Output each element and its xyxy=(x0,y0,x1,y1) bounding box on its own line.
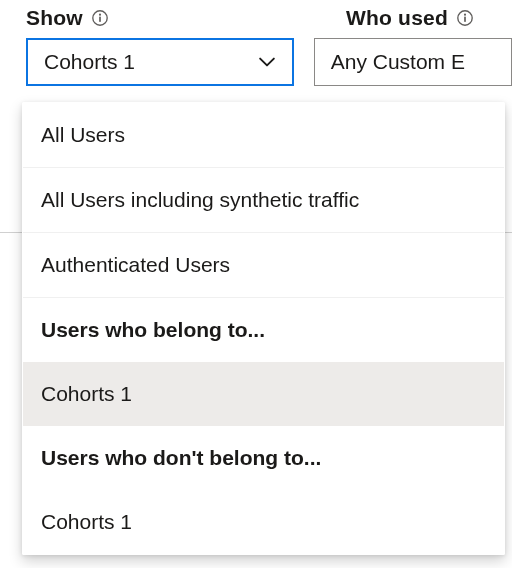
show-label-wrap: Show xyxy=(26,6,346,30)
dropdown-option-all-users[interactable]: All Users xyxy=(23,103,504,168)
svg-rect-5 xyxy=(464,17,466,22)
dropdown-header-dont-belong-to: Users who don't belong to... xyxy=(23,426,504,490)
svg-rect-2 xyxy=(99,17,101,22)
info-icon[interactable] xyxy=(91,9,109,27)
show-dropdown[interactable]: Cohorts 1 xyxy=(26,38,294,86)
dropdown-option-cohorts-1-belong[interactable]: Cohorts 1 xyxy=(23,362,504,426)
dropdown-option-all-users-synthetic[interactable]: All Users including synthetic traffic xyxy=(23,168,504,233)
show-dropdown-panel: All Users All Users including synthetic … xyxy=(22,102,505,555)
who-used-label: Who used xyxy=(346,6,448,30)
info-icon[interactable] xyxy=(456,9,474,27)
show-label: Show xyxy=(26,6,83,30)
chevron-down-icon xyxy=(256,51,278,73)
dropdown-option-cohorts-1-dont-belong[interactable]: Cohorts 1 xyxy=(23,490,504,554)
svg-point-4 xyxy=(464,14,466,16)
who-used-label-wrap: Who used xyxy=(346,6,474,30)
who-used-dropdown[interactable]: Any Custom E xyxy=(314,38,512,86)
filter-controls-row: Cohorts 1 Any Custom E xyxy=(0,36,512,86)
dropdown-header-belong-to: Users who belong to... xyxy=(23,298,504,362)
who-used-dropdown-value: Any Custom E xyxy=(331,50,465,74)
dropdown-option-authenticated-users[interactable]: Authenticated Users xyxy=(23,233,504,298)
show-dropdown-value: Cohorts 1 xyxy=(44,50,135,74)
filter-labels-row: Show Who used xyxy=(0,0,512,36)
filter-panel: Show Who used Cohorts 1 xyxy=(0,0,512,568)
svg-point-1 xyxy=(99,14,101,16)
